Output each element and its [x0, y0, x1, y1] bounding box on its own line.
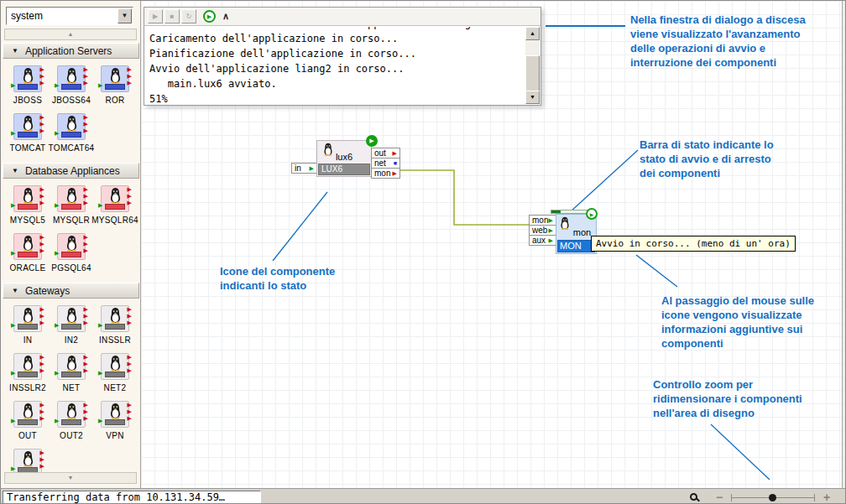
- component-node-lux6[interactable]: lux6 LUX6: [316, 140, 372, 177]
- port-arrow-icon: ▶: [84, 320, 88, 325]
- palette-dropdown[interactable]: system ▼: [6, 7, 133, 25]
- console-line: Pianificazione dell'applicazione in cors…: [149, 46, 525, 61]
- component-tile-label: ORACLE: [10, 263, 46, 273]
- zoom-slider-track[interactable]: [731, 494, 815, 501]
- port-arrow-icon: ▶: [40, 313, 44, 319]
- component-tile-pgsql64[interactable]: ▶ ▶ ▶ ▶PGSQL64: [50, 233, 93, 273]
- node-title: lux6: [317, 152, 371, 162]
- palette-dropdown-value: system: [11, 10, 43, 22]
- component-color-bar: [61, 419, 81, 425]
- port-arrow-icon: ▶: [84, 361, 88, 366]
- component-icon: ▶ ▶ ▶ ▶: [101, 401, 129, 428]
- port-arrow-icon: ▶: [128, 402, 132, 408]
- component-tile-label: OUT: [18, 431, 37, 440]
- port-arrow-icon: ▶: [11, 130, 15, 136]
- port-arrow-icon: ▶: [84, 193, 88, 199]
- port-arrow-icon: ▶: [40, 463, 44, 469]
- section-header-application-servers[interactable]: ▼ Application Servers: [3, 43, 139, 59]
- component-icon: ▶ ▶ ▶ ▶: [13, 353, 42, 380]
- component-tile-in2[interactable]: ▶ ▶ ▶ ▶IN2: [50, 305, 93, 345]
- status-bar: Transferring data from 10.131.34.59… − +: [1, 488, 846, 504]
- palette-scroll-down-button[interactable]: ▼: [4, 472, 137, 484]
- component-tile-mysqlr64[interactable]: ▶ ▶ ▶ ▶MYSQLR64: [93, 185, 137, 225]
- tiles-grid: ▶ ▶ ▶ ▶IN ▶ ▶ ▶ ▶IN2 ▶ ▶ ▶ ▶INSSLR: [3, 302, 139, 486]
- mon-input-ports: mon ▶web ▶aux ▶: [529, 215, 556, 245]
- component-tile-label: MYSQLR: [53, 216, 90, 225]
- component-tile-vpn[interactable]: ▶ ▶ ▶ ▶VPN: [93, 401, 137, 440]
- port-arrow-icon: ▶: [128, 80, 132, 86]
- component-tile-label: INSSLR: [99, 335, 131, 345]
- port-label: in: [295, 164, 301, 173]
- port-arrow-icon: ▶: [84, 367, 88, 373]
- component-tile-insslr2[interactable]: ▶ ▶ ▶ ▶INSSLR2: [6, 353, 50, 392]
- port-arrow-icon: ▶: [40, 361, 44, 366]
- console-scrollbar[interactable]: ▲ ▼: [525, 27, 540, 104]
- port-aux[interactable]: aux ▶: [529, 235, 556, 246]
- zoom-in-button[interactable]: +: [822, 491, 832, 504]
- scrollbar-down-icon[interactable]: ▼: [525, 91, 540, 104]
- green-arrow-icon: ▶: [549, 237, 553, 243]
- port-mon[interactable]: mon ▶: [371, 168, 400, 179]
- penguin-icon: [65, 307, 79, 324]
- port-arrow-icon: ▶: [84, 66, 88, 72]
- section-header-gateways[interactable]: ▼ Gateways: [3, 283, 139, 299]
- component-tile-in[interactable]: ▶ ▶ ▶ ▶IN: [6, 305, 50, 345]
- section-header-database-appliances[interactable]: ▼ Database Appliances: [3, 163, 139, 179]
- run-button[interactable]: ▶: [203, 10, 216, 23]
- zoom-slider-thumb[interactable]: [769, 494, 776, 501]
- port-label: mon: [374, 169, 390, 178]
- component-icon: ▶ ▶ ▶ ▶: [13, 65, 42, 92]
- component-tile-tomcat[interactable]: ▶ ▶ ▶ ▶TOMCAT: [6, 113, 50, 153]
- port-label: out: [374, 148, 386, 158]
- stop-button[interactable]: ■: [164, 9, 180, 23]
- component-tile-jboss64[interactable]: ▶ ▶ ▶ ▶JBOSS64: [50, 65, 93, 105]
- component-tile-tomcat64[interactable]: ▶ ▶ ▶ ▶TOMCAT64: [50, 113, 93, 153]
- console-output[interactable]: Caricamento della definizione dell'appli…: [145, 27, 525, 104]
- status-message: Transferring data from 10.131.34.59…: [3, 491, 261, 504]
- component-tile-net2[interactable]: ▶ ▶ ▶ ▶NET2: [93, 353, 137, 392]
- component-tile-out[interactable]: ▶ ▶ ▶ ▶OUT: [6, 401, 50, 440]
- penguin-icon: [21, 235, 35, 252]
- port-arrow-icon: ▶: [55, 202, 59, 208]
- palette-scroll-up-button[interactable]: ▲: [4, 29, 137, 40]
- component-tile-insslr[interactable]: ▶ ▶ ▶ ▶INSSLR: [93, 305, 137, 345]
- port-arrow-icon: ▶: [40, 320, 44, 325]
- scrollbar-thumb[interactable]: [525, 55, 540, 92]
- console-line: Avvio dell'applicazione liang2 in corso.…: [149, 61, 525, 76]
- dropdown-arrow-icon[interactable]: ▼: [118, 8, 132, 23]
- component-tile-mysqlr[interactable]: ▶ ▶ ▶ ▶MYSQLR: [50, 185, 93, 225]
- penguin-icon: [21, 403, 35, 419]
- component-tile-label: OUT2: [60, 431, 83, 440]
- component-color-bar: [61, 372, 81, 377]
- section-collapse-icon: ▼: [12, 167, 18, 174]
- port-arrow-icon: ▶: [40, 80, 44, 86]
- port-arrow-icon: ▶: [40, 408, 44, 414]
- port-in[interactable]: in ▶: [291, 163, 317, 174]
- port-arrow-icon: ▶: [84, 121, 88, 127]
- port-arrow-icon: ▶: [40, 456, 44, 462]
- play-button[interactable]: ▶: [148, 9, 163, 23]
- component-tile-ror[interactable]: ▶ ▶ ▶ ▶ROR: [93, 65, 137, 105]
- refresh-button[interactable]: ↻: [181, 9, 196, 23]
- lux6-running-icon[interactable]: ▶: [366, 135, 378, 147]
- zoom-out-button[interactable]: −: [714, 491, 724, 504]
- port-arrow-icon: ▶: [128, 313, 132, 319]
- collapse-console-icon[interactable]: ∧: [222, 11, 229, 22]
- progress-fill: [551, 210, 561, 213]
- component-tile-mysql5[interactable]: ▶ ▶ ▶ ▶MYSQL5: [6, 185, 50, 225]
- port-arrow-icon: ▶: [40, 306, 44, 312]
- component-tile-net[interactable]: ▶ ▶ ▶ ▶NET: [50, 353, 93, 392]
- section-label: Gateways: [25, 285, 70, 297]
- port-arrow-icon: ▶: [84, 114, 88, 120]
- component-tile-jboss[interactable]: ▶ ▶ ▶ ▶JBOSS: [6, 65, 50, 105]
- mon-status-bar: MON: [557, 240, 595, 252]
- component-color-bar: [105, 372, 125, 377]
- component-tile-out2[interactable]: ▶ ▶ ▶ ▶OUT2: [50, 401, 93, 440]
- port-arrow-icon: ▶: [11, 418, 15, 423]
- mon-starting-icon[interactable]: ▶: [586, 208, 598, 220]
- component-color-bar: [61, 132, 81, 138]
- scrollbar-up-icon[interactable]: ▲: [525, 27, 540, 40]
- mon-startup-progress-bar: [551, 210, 589, 214]
- component-tile-oracle[interactable]: ▶ ▶ ▶ ▶ORACLE: [6, 233, 50, 273]
- port-arrow-icon: ▶: [11, 370, 15, 376]
